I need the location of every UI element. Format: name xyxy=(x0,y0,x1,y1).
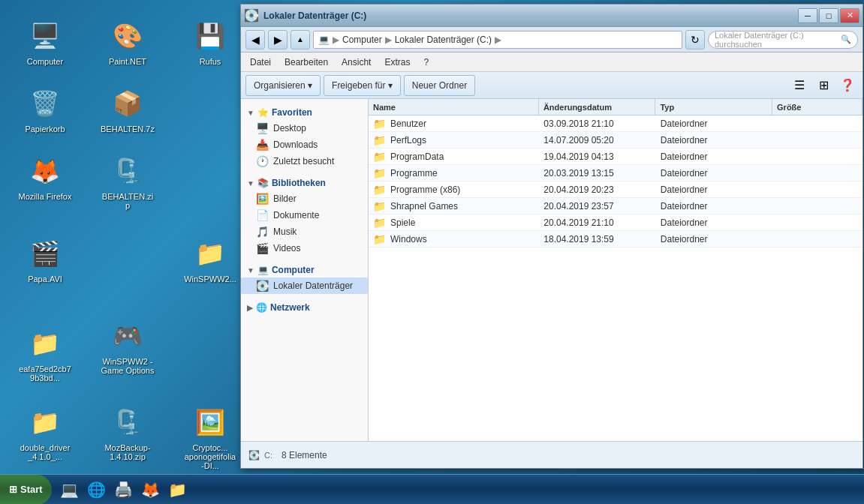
maximize-button[interactable]: □ xyxy=(819,8,838,23)
file-date-cell: 20.03.2019 13:15 xyxy=(539,165,656,181)
taskbar-icon-firefox[interactable]: 🦊 xyxy=(139,478,163,502)
desktop-icon-winspww2game[interactable]: 🎮 WinSPWW2 - Game Options xyxy=(98,315,158,378)
sidebar-item-downloads[interactable]: 📥 Downloads xyxy=(241,136,368,153)
view-list-button[interactable]: ☰ xyxy=(789,75,810,96)
file-name-cell: 📁 Shrapnel Games xyxy=(369,198,539,214)
file-name-cell: 📁 ProgramData xyxy=(369,148,539,164)
column-date[interactable]: Änderungsdatum xyxy=(539,99,656,115)
menu-help[interactable]: ? xyxy=(417,56,435,69)
sidebar-item-desktop-label: Desktop xyxy=(273,123,306,134)
minimize-button[interactable]: ─ xyxy=(798,8,817,23)
table-row[interactable]: 📁 PerfLogs 14.07.2009 05:20 Dateiordner xyxy=(369,132,862,148)
breadcrumb-computer: 💻 xyxy=(318,34,330,45)
sidebar-item-musik[interactable]: 🎵 Musik xyxy=(241,224,368,240)
desktop-icon-paintnet[interactable]: 🎨 Paint.NET xyxy=(98,15,158,69)
sidebar-item-dokumente-label: Dokumente xyxy=(273,210,319,220)
desktop-icon-papierkorb[interactable]: 🗑️ Papierkorb xyxy=(15,82,75,136)
desktop-icon-eafa[interactable]: 📁 eafa75ed2cb79b3bd... xyxy=(15,322,75,386)
sidebar-item-videos[interactable]: 🎬 Videos xyxy=(241,240,368,256)
status-count: 8 Elemente xyxy=(281,450,327,460)
sidebar-item-desktop[interactable]: 🖥️ Desktop xyxy=(241,120,368,136)
sidebar-section-netzwerk: ▶ 🌐 Netzwerk xyxy=(241,300,368,315)
search-bar[interactable]: Lokaler Datenträger (C:) durchsuchen 🔍 xyxy=(708,31,858,49)
file-rows-container: 📁 Benutzer 03.09.2018 21:10 Dateiordner … xyxy=(369,116,862,248)
sidebar-header-favoriten[interactable]: ▼ ⭐ Favoriten xyxy=(241,105,368,120)
column-name[interactable]: Name xyxy=(369,99,539,115)
favoriten-icon: ⭐ xyxy=(257,107,269,118)
taskbar-icon-explorer[interactable]: 📁 xyxy=(166,478,190,502)
neuer-ordner-button[interactable]: Neuer Ordner xyxy=(404,75,475,96)
menu-extras[interactable]: Extras xyxy=(378,56,416,69)
desktop-icon-winspww2[interactable]: 📁 WinSPWW2... xyxy=(180,232,240,286)
desktop-icon-behaltenzip[interactable]: 🗜️ BEHALTEN.zip xyxy=(98,150,158,213)
up-button[interactable]: ▲ xyxy=(291,30,310,50)
column-type[interactable]: Typ xyxy=(655,99,772,115)
table-row[interactable]: 📁 Benutzer 03.09.2018 21:10 Dateiordner xyxy=(369,116,862,132)
desktop-icon-computer[interactable]: 🖥️ Computer xyxy=(15,15,75,69)
sidebar-header-netzwerk[interactable]: ▶ 🌐 Netzwerk xyxy=(241,300,368,315)
menu-datei[interactable]: Datei xyxy=(244,56,277,69)
desktop-icon-behalten7z[interactable]: 📦 BEHALTEN.7z xyxy=(98,82,158,136)
file-date-cell: 03.09.2018 21:10 xyxy=(539,116,656,131)
organisieren-button[interactable]: Organisieren ▾ xyxy=(245,75,321,96)
taskbar-icon-computer[interactable]: 💻 xyxy=(58,478,82,502)
folder-icon: 📁 xyxy=(373,151,386,163)
view-details-button[interactable]: ⊞ xyxy=(813,75,834,96)
sidebar-section-computer: ▼ 💻 Computer 💽 Lokaler Datenträger xyxy=(241,262,368,294)
sidebar-item-lokaler-datentraeger[interactable]: 💽 Lokaler Datenträger xyxy=(241,278,368,294)
taskbar-icon-media[interactable]: 🖨️ xyxy=(112,478,136,502)
desktop-icon-doubledriver[interactable]: 📁 double_driver_4.1.0_... xyxy=(15,401,75,464)
sidebar-item-videos-label: Videos xyxy=(273,243,300,254)
forward-button[interactable]: ▶ xyxy=(268,30,287,50)
desktop-icon-crypto[interactable]: 🖼️ Cryptoc... aponogetifolia -DI... xyxy=(180,401,240,473)
back-button[interactable]: ◀ xyxy=(245,30,265,50)
toolbar: Organisieren ▾ Freigeben für ▾ Neuer Ord… xyxy=(241,72,862,99)
sidebar-item-bilder[interactable]: 🖼️ Bilder xyxy=(241,190,368,207)
taskbar: ⊞ Start 💻 🌐 🖨️ 🦊 📁 xyxy=(0,474,864,504)
sidebar-item-dokumente[interactable]: 📄 Dokumente xyxy=(241,207,368,224)
menu-bearbeiten[interactable]: Bearbeiten xyxy=(278,56,334,69)
table-row[interactable]: 📁 Programme (x86) 20.04.2019 20:23 Datei… xyxy=(369,182,862,198)
sidebar-header-computer[interactable]: ▼ 💻 Computer xyxy=(241,262,368,278)
table-row[interactable]: 📁 ProgramData 19.04.2019 04:13 Dateiordn… xyxy=(369,148,862,165)
breadcrumb-part1: Computer xyxy=(342,34,382,45)
breadcrumb[interactable]: 💻 ▶ Computer ▶ Lokaler Datenträger (C:) … xyxy=(313,31,682,49)
file-size-cell xyxy=(772,148,862,164)
desktop-icon-mozbackup[interactable]: 🗜️ MozBackup-1.4.10.zip xyxy=(98,401,158,464)
file-name-cell: 📁 Spiele xyxy=(369,214,539,230)
sidebar-item-bilder-label: Bilder xyxy=(273,194,297,204)
table-row[interactable]: 📁 Windows 18.04.2019 13:59 Dateiordner xyxy=(369,231,862,248)
downloads-icon: 📥 xyxy=(256,139,269,151)
table-row[interactable]: 📁 Programme 20.03.2019 13:15 Dateiordner xyxy=(369,165,862,182)
close-button[interactable]: ✕ xyxy=(840,8,859,23)
file-type-cell: Dateiordner xyxy=(656,198,773,214)
column-size[interactable]: Größe xyxy=(772,99,862,115)
file-list-header: Name Änderungsdatum Typ Größe xyxy=(369,99,862,116)
file-type-cell: Dateiordner xyxy=(656,231,773,247)
refresh-button[interactable]: ↻ xyxy=(685,30,705,50)
desktop-icon-rufus[interactable]: 💾 Rufus xyxy=(180,15,240,69)
table-row[interactable]: 📁 Spiele 20.04.2019 21:10 Dateiordner xyxy=(369,214,862,231)
desktop-icon-papaavi[interactable]: 🎬 Papa.AVI xyxy=(15,232,75,286)
file-name-cell: 📁 Benutzer xyxy=(369,116,539,131)
sidebar: ▼ ⭐ Favoriten 🖥️ Desktop 📥 Downloads 🕐 xyxy=(241,99,369,441)
bibliotheken-icon: 📚 xyxy=(257,178,269,188)
taskbar-icon-browser[interactable]: 🌐 xyxy=(85,478,109,502)
file-date-cell: 20.04.2019 23:57 xyxy=(539,198,656,214)
drive-label: C: xyxy=(264,451,272,460)
table-row[interactable]: 📁 Shrapnel Games 20.04.2019 23:57 Dateio… xyxy=(369,198,862,214)
status-bar: 💽 C: 8 Elemente xyxy=(241,441,862,468)
start-button[interactable]: ⊞ Start xyxy=(0,475,52,505)
menu-ansicht[interactable]: Ansicht xyxy=(336,56,377,69)
freigeben-button[interactable]: Freigeben für ▾ xyxy=(324,75,401,96)
file-name: Benutzer xyxy=(390,118,426,129)
sidebar-item-zuletzt[interactable]: 🕐 Zuletzt besucht xyxy=(241,153,368,170)
file-name: Windows xyxy=(390,234,427,244)
drive-icon: 💽 xyxy=(248,450,260,460)
status-drive: 💽 C: xyxy=(248,450,272,460)
help-button[interactable]: ❓ xyxy=(837,75,858,96)
sidebar-header-bibliotheken[interactable]: ▼ 📚 Bibliotheken xyxy=(241,176,368,190)
file-date-cell: 19.04.2019 04:13 xyxy=(539,148,656,164)
desktop-icon-firefox[interactable]: 🦊 Mozilla Firefox xyxy=(15,150,75,204)
folder-icon: 📁 xyxy=(373,167,386,179)
